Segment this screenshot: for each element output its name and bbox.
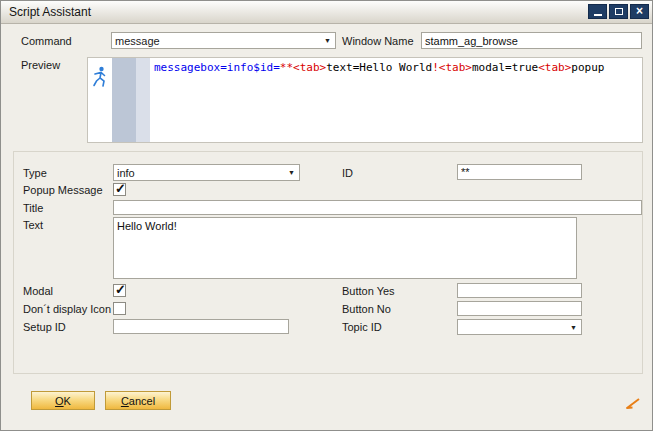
topic-id-dropdown[interactable]: ▼: [457, 319, 582, 335]
button-yes-input[interactable]: [457, 283, 582, 298]
setup-id-input[interactable]: [113, 319, 289, 334]
dont-display-icon-checkbox[interactable]: [113, 302, 126, 315]
preview-code[interactable]: messagebox=info$id=**<tab>text=Hello Wor…: [154, 61, 639, 139]
titlebar[interactable]: Script Assistant ×: [1, 1, 652, 24]
pencil-edit-icon[interactable]: [623, 397, 641, 413]
cancel-button-label: Cancel: [121, 395, 155, 407]
chevron-down-icon: ▼: [570, 324, 581, 331]
id-label: ID: [342, 167, 353, 179]
chevron-down-icon: ▼: [324, 37, 335, 44]
ok-button-label: OK: [55, 395, 71, 407]
command-value: message: [115, 35, 160, 47]
popup-message-label: Popup Message: [23, 184, 103, 196]
title-label: Title: [23, 202, 43, 214]
type-label: Type: [23, 167, 47, 179]
id-input[interactable]: [457, 164, 582, 180]
window-controls: ×: [588, 4, 649, 19]
minimize-button[interactable]: [588, 4, 607, 19]
cancel-button[interactable]: Cancel: [105, 391, 171, 410]
popup-message-checkbox[interactable]: [113, 183, 126, 196]
modal-label: Modal: [23, 285, 53, 297]
window-name-label: Window Name: [342, 35, 414, 47]
button-no-input[interactable]: [457, 301, 582, 316]
command-dropdown[interactable]: message ▼: [111, 32, 336, 49]
button-no-label: Button No: [342, 303, 391, 315]
preview-gutter: [112, 58, 150, 142]
window-title: Script Assistant: [9, 5, 91, 19]
modal-checkbox[interactable]: [113, 284, 126, 297]
minimize-icon: [594, 14, 602, 16]
setup-id-label: Setup ID: [23, 321, 66, 333]
type-value: info: [117, 167, 135, 179]
close-icon: ×: [636, 6, 643, 17]
chevron-down-icon: ▼: [288, 169, 299, 176]
type-dropdown[interactable]: info ▼: [113, 164, 300, 181]
button-yes-label: Button Yes: [342, 285, 395, 297]
topic-id-label: Topic ID: [342, 321, 382, 333]
title-input[interactable]: [113, 200, 642, 215]
dont-display-icon-label: Don´t display Icon: [23, 303, 111, 315]
window-name-input[interactable]: [421, 32, 642, 49]
maximize-icon: [615, 8, 623, 15]
maximize-button[interactable]: [609, 4, 628, 19]
text-label: Text: [23, 219, 43, 231]
text-input[interactable]: Hello World!: [113, 217, 577, 279]
preview-panel: messagebox=info$id=**<tab>text=Hello Wor…: [87, 57, 643, 143]
script-assistant-dialog: Script Assistant × Command message ▼ Win…: [0, 0, 653, 431]
preview-label: Preview: [21, 59, 60, 71]
close-button[interactable]: ×: [630, 4, 649, 19]
run-script-icon[interactable]: [91, 66, 109, 90]
command-label: Command: [21, 35, 72, 47]
ok-button[interactable]: OK: [31, 391, 95, 410]
